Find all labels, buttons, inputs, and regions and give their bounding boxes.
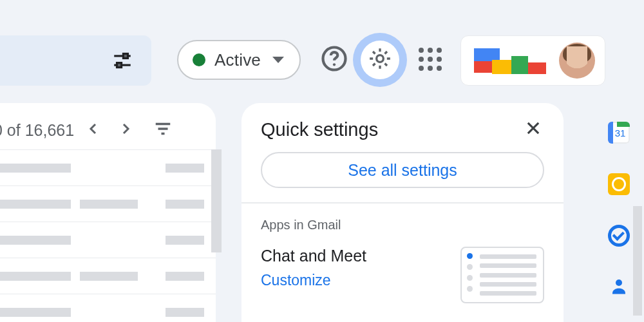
chevron-left-icon bbox=[86, 121, 101, 139]
svg-point-5 bbox=[333, 63, 336, 66]
mail-row[interactable] bbox=[0, 294, 216, 322]
prev-page-button[interactable] bbox=[80, 117, 106, 143]
calendar-icon: 31 bbox=[608, 122, 630, 144]
side-panel: 31 bbox=[594, 103, 644, 300]
close-icon bbox=[524, 119, 542, 140]
setting-title: Chat and Meet bbox=[261, 247, 366, 265]
close-button[interactable] bbox=[522, 118, 544, 140]
quick-settings-panel: Quick settings See all settings Apps in … bbox=[242, 103, 564, 322]
status-chip[interactable]: Active bbox=[177, 40, 301, 80]
divider bbox=[242, 202, 564, 204]
chevron-right-icon bbox=[118, 121, 133, 139]
see-all-settings-label: See all settings bbox=[348, 161, 457, 180]
filter-icon bbox=[153, 119, 173, 141]
mail-toolbar: 0 of 16,661 bbox=[0, 111, 216, 149]
status-label: Active bbox=[214, 50, 261, 70]
settings-button[interactable] bbox=[353, 33, 407, 87]
tune-icon bbox=[111, 50, 133, 71]
mail-scrollbar[interactable] bbox=[211, 149, 222, 252]
chevron-down-icon bbox=[272, 57, 284, 63]
svg-point-10 bbox=[616, 279, 622, 286]
mail-row[interactable] bbox=[0, 258, 216, 294]
next-page-button[interactable] bbox=[113, 117, 138, 143]
mail-list bbox=[0, 149, 216, 322]
status-dot-icon bbox=[193, 53, 205, 66]
pager-text: 0 of 16,661 bbox=[0, 121, 74, 140]
svg-point-6 bbox=[377, 55, 384, 62]
tasks-app-button[interactable] bbox=[606, 223, 632, 249]
tasks-icon bbox=[608, 225, 630, 247]
keep-app-button[interactable] bbox=[606, 171, 632, 197]
app-grid-dot bbox=[419, 48, 424, 53]
search-bar-tail[interactable] bbox=[0, 35, 151, 86]
keep-icon bbox=[608, 173, 630, 195]
see-all-settings-button[interactable]: See all settings bbox=[261, 152, 544, 188]
svg-rect-2 bbox=[123, 53, 128, 58]
google-apps-button[interactable] bbox=[419, 48, 444, 73]
mail-row[interactable] bbox=[0, 150, 216, 186]
section-label: Apps in Gmail bbox=[261, 218, 544, 232]
setting-chat-meet: Chat and Meet Customize bbox=[261, 247, 544, 303]
mail-row[interactable] bbox=[0, 222, 216, 258]
contacts-app-button[interactable] bbox=[606, 274, 632, 300]
customize-link[interactable]: Customize bbox=[261, 272, 366, 289]
sort-filter-button[interactable] bbox=[150, 117, 176, 143]
contacts-icon bbox=[609, 276, 629, 298]
mail-panel: 0 of 16,661 bbox=[0, 103, 216, 322]
svg-rect-3 bbox=[117, 63, 122, 68]
account-switcher[interactable] bbox=[460, 35, 605, 86]
help-button[interactable] bbox=[319, 45, 349, 75]
avatar bbox=[559, 43, 595, 79]
gear-icon bbox=[367, 46, 393, 74]
calendar-app-button[interactable]: 31 bbox=[606, 120, 632, 146]
org-logo bbox=[471, 44, 549, 77]
help-icon bbox=[321, 45, 348, 75]
quick-settings-title: Quick settings bbox=[261, 119, 378, 140]
layout-preview-icon bbox=[460, 247, 544, 303]
mail-row[interactable] bbox=[0, 186, 216, 222]
